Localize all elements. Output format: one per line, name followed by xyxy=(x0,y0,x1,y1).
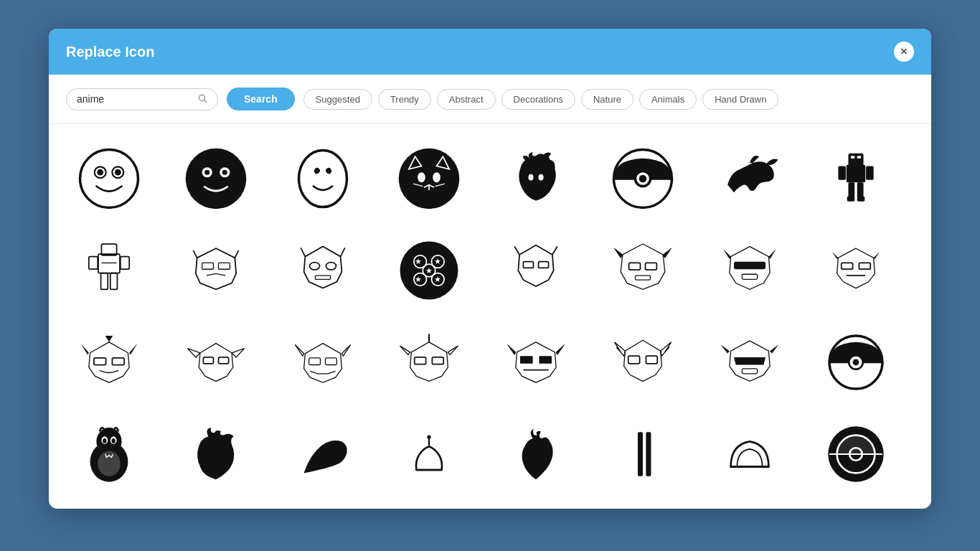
list-item[interactable] xyxy=(813,227,899,314)
svg-text:★: ★ xyxy=(415,275,422,283)
svg-point-17 xyxy=(433,172,441,182)
list-item[interactable] xyxy=(600,136,686,222)
svg-rect-34 xyxy=(857,197,865,202)
svg-point-103 xyxy=(428,435,431,439)
list-item[interactable] xyxy=(66,136,152,222)
search-input[interactable] xyxy=(77,93,192,105)
search-button[interactable]: Search xyxy=(227,88,295,110)
svg-rect-79 xyxy=(218,357,228,364)
list-item[interactable] xyxy=(66,411,152,497)
svg-text:★: ★ xyxy=(415,257,422,265)
list-item[interactable] xyxy=(707,136,793,222)
list-item[interactable] xyxy=(813,136,899,222)
list-item[interactable] xyxy=(280,319,366,405)
svg-point-51 xyxy=(326,263,336,270)
close-button[interactable]: × xyxy=(894,42,914,62)
svg-rect-73 xyxy=(842,263,853,269)
svg-point-21 xyxy=(528,174,533,181)
list-item[interactable] xyxy=(600,411,686,497)
list-item[interactable] xyxy=(707,411,793,497)
svg-rect-81 xyxy=(325,358,336,365)
svg-text:★: ★ xyxy=(425,266,433,275)
svg-rect-83 xyxy=(415,357,426,364)
svg-rect-80 xyxy=(308,358,320,365)
modal-title: Replace Icon xyxy=(66,44,154,60)
icon-grid-container[interactable]: ★★★★★ xyxy=(49,124,931,509)
svg-rect-68 xyxy=(628,263,640,270)
list-item[interactable] xyxy=(386,411,472,497)
tag-trendy[interactable]: Trendy xyxy=(378,89,431,110)
list-item[interactable] xyxy=(173,411,259,497)
svg-rect-39 xyxy=(89,257,98,270)
list-item[interactable] xyxy=(493,136,579,222)
svg-rect-78 xyxy=(203,357,213,364)
svg-rect-46 xyxy=(202,263,213,269)
list-item[interactable] xyxy=(707,227,793,314)
svg-rect-64 xyxy=(523,262,533,268)
modal-header: Replace Icon × xyxy=(49,29,931,75)
svg-point-50 xyxy=(309,263,319,270)
tag-suggested[interactable]: Suggested xyxy=(303,89,372,110)
list-item[interactable] xyxy=(280,411,366,497)
svg-rect-76 xyxy=(94,358,106,365)
list-item[interactable] xyxy=(386,136,472,222)
list-item[interactable] xyxy=(493,319,579,405)
svg-rect-69 xyxy=(645,263,656,270)
tag-abstract[interactable]: Abstract xyxy=(437,89,496,110)
search-box xyxy=(66,88,218,110)
svg-line-1 xyxy=(204,100,207,102)
svg-rect-71 xyxy=(734,262,765,270)
svg-rect-89 xyxy=(646,356,657,364)
svg-point-100 xyxy=(112,438,116,443)
list-item[interactable] xyxy=(813,411,899,497)
list-item[interactable] xyxy=(280,136,366,222)
list-item[interactable] xyxy=(600,319,686,405)
list-item[interactable] xyxy=(600,227,686,314)
tag-nature[interactable]: Nature xyxy=(581,89,633,110)
list-item[interactable] xyxy=(707,319,793,405)
tag-hand-drawn[interactable]: Hand Drawn xyxy=(702,89,778,110)
list-item[interactable] xyxy=(813,319,899,405)
modal-toolbar: Search Suggested Trendy Abstract Decorat… xyxy=(49,75,931,124)
list-item[interactable] xyxy=(493,227,579,314)
svg-rect-35 xyxy=(851,156,854,159)
svg-rect-72 xyxy=(742,274,757,279)
svg-rect-70 xyxy=(635,276,650,280)
svg-rect-32 xyxy=(857,182,864,197)
list-item[interactable] xyxy=(173,136,259,222)
svg-rect-65 xyxy=(539,262,549,268)
svg-rect-77 xyxy=(112,358,124,365)
svg-rect-28 xyxy=(847,165,865,183)
svg-point-10 xyxy=(204,170,209,175)
svg-text:★: ★ xyxy=(435,257,442,265)
svg-rect-88 xyxy=(628,356,640,364)
svg-point-16 xyxy=(418,172,425,182)
svg-rect-36 xyxy=(857,156,861,159)
svg-rect-42 xyxy=(110,273,118,290)
svg-point-94 xyxy=(853,359,859,366)
replace-icon-modal: Replace Icon × Search Suggested Trendy A… xyxy=(49,29,931,509)
list-item[interactable]: ★★★★★ xyxy=(386,227,472,314)
icon-grid: ★★★★★ xyxy=(66,136,914,497)
list-item[interactable] xyxy=(386,319,472,405)
list-item[interactable] xyxy=(493,411,579,497)
svg-line-45 xyxy=(235,250,238,258)
svg-rect-84 xyxy=(433,357,444,364)
list-item[interactable] xyxy=(66,319,152,405)
list-item[interactable] xyxy=(173,319,259,405)
svg-rect-29 xyxy=(839,166,847,179)
list-item[interactable] xyxy=(66,227,152,314)
tag-decorations[interactable]: Decorations xyxy=(501,89,575,110)
list-item[interactable] xyxy=(280,227,366,314)
svg-point-2 xyxy=(80,150,138,208)
svg-rect-47 xyxy=(218,263,230,269)
svg-rect-86 xyxy=(539,356,552,364)
svg-point-13 xyxy=(399,149,459,209)
list-item[interactable] xyxy=(173,227,259,314)
svg-rect-30 xyxy=(866,166,874,179)
tag-animals[interactable]: Animals xyxy=(639,89,697,110)
svg-line-44 xyxy=(193,250,197,258)
svg-point-7 xyxy=(186,149,246,209)
svg-point-12 xyxy=(298,150,347,207)
svg-rect-40 xyxy=(121,257,129,270)
